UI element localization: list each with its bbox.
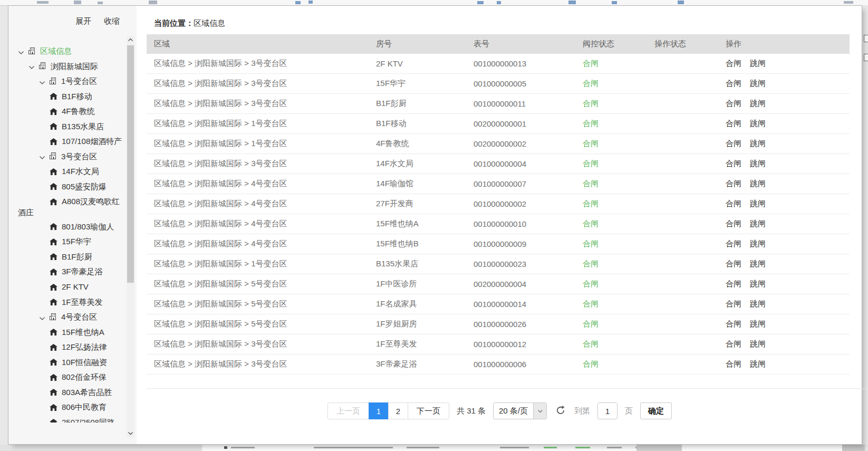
close-valve-action[interactable]: 合闸 xyxy=(726,199,741,208)
tree-leaf-node[interactable]: 802佰金环保 xyxy=(8,370,126,385)
close-valve-action[interactable]: 合闸 xyxy=(726,339,741,348)
column-header-operations: 操作 xyxy=(718,39,850,49)
trip-valve-action[interactable]: 跳闸 xyxy=(750,279,766,288)
collapse-all-button[interactable]: 收缩 xyxy=(104,16,120,26)
chevron-down-icon[interactable] xyxy=(18,47,25,57)
tree-leaf-node[interactable]: 801/803瑜伽人 xyxy=(8,219,126,235)
trip-valve-action[interactable]: 跳闸 xyxy=(750,359,766,368)
trip-valve-action[interactable]: 跳闸 xyxy=(750,139,766,148)
tree-indent xyxy=(18,349,50,350)
trip-valve-action[interactable]: 跳闸 xyxy=(750,339,766,348)
trip-valve-action[interactable]: 跳闸 xyxy=(750,119,766,128)
goto-page-input[interactable] xyxy=(597,402,618,419)
tree-leaf-node[interactable]: 14F水文局 xyxy=(8,164,126,179)
tree-leaf-node[interactable]: B1F移动 xyxy=(8,89,126,104)
background-page-fragment xyxy=(682,445,842,451)
trip-valve-action[interactable]: 跳闸 xyxy=(750,79,766,88)
pagination: 上一页 12 下一页 共 31 条 20 条/页 xyxy=(137,402,863,419)
tree-leaf-node[interactable]: 12F弘扬法律 xyxy=(8,340,126,355)
background-fragment xyxy=(149,1,157,4)
trip-valve-action[interactable]: 跳闸 xyxy=(750,159,766,168)
confirm-button[interactable]: 确定 xyxy=(640,402,672,419)
trip-valve-action[interactable]: 跳闸 xyxy=(750,239,766,248)
background-page-fragment xyxy=(202,445,636,451)
chevron-down-icon[interactable] xyxy=(28,62,35,72)
trip-valve-action[interactable]: 跳闸 xyxy=(750,179,766,188)
page-button-2[interactable]: 2 xyxy=(388,402,408,419)
room-cell: 15F维也纳A xyxy=(369,219,466,229)
sidebar-scrollbar-thumb[interactable] xyxy=(127,45,134,283)
tree-leaf-node[interactable]: 805盛安防爆 xyxy=(8,179,126,195)
close-valve-action[interactable]: 合闸 xyxy=(726,159,741,168)
close-valve-action[interactable]: 合闸 xyxy=(726,239,741,248)
tree-leaf-node[interactable]: 107/108烟酒特产 xyxy=(8,134,126,149)
trip-valve-action[interactable]: 跳闸 xyxy=(750,99,766,108)
tree-branch-node[interactable]: 1号变台区 xyxy=(8,74,126,89)
close-valve-action[interactable]: 合闸 xyxy=(726,99,741,108)
trip-valve-action[interactable]: 跳闸 xyxy=(750,259,766,268)
close-valve-action[interactable]: 合闸 xyxy=(726,179,741,188)
close-valve-action[interactable]: 合闸 xyxy=(726,279,741,288)
tree-leaf-node[interactable]: 4F鲁教统 xyxy=(8,104,126,119)
region-cell: 区域信息 > 浏阳新城国际 > 1号变台区 xyxy=(147,119,369,129)
tree-leaf-node[interactable]: 3F帝豪足浴 xyxy=(8,264,126,280)
next-page-button[interactable]: 下一页 xyxy=(408,402,449,419)
tree-indent xyxy=(18,83,39,84)
close-valve-action[interactable]: 合闸 xyxy=(726,359,741,368)
chevron-down-icon[interactable] xyxy=(39,313,46,323)
tree-leaf-node[interactable]: 15F华宇 xyxy=(8,234,126,250)
tree-branch-node[interactable]: 4号变台区 xyxy=(8,310,126,325)
meter-cell: 001000000007 xyxy=(466,179,575,188)
prev-page-button[interactable]: 上一页 xyxy=(327,402,369,419)
tree-node-label: A808汉麦鸣歌红酒庄 xyxy=(18,197,120,217)
trip-valve-action[interactable]: 跳闸 xyxy=(750,199,766,208)
sidebar-scrollbar[interactable] xyxy=(127,36,134,437)
actions-cell: 合闸跳闸 xyxy=(718,219,850,229)
home-icon xyxy=(50,267,59,277)
expand-all-button[interactable]: 展开 xyxy=(75,16,91,26)
close-valve-action[interactable]: 合闸 xyxy=(726,299,741,308)
close-valve-action[interactable]: 合闸 xyxy=(726,139,741,148)
page-number-buttons: 12 xyxy=(369,402,408,419)
tree-branch-node[interactable]: 浏阳新城国际 xyxy=(8,59,126,74)
tree-branch-node[interactable]: 区域信息 xyxy=(8,44,126,59)
tree-leaf-node[interactable]: 10F恒信融资 xyxy=(8,355,126,370)
trip-valve-action[interactable]: 跳闸 xyxy=(750,59,766,68)
tree-leaf-node[interactable]: 803A希吉品胜 xyxy=(8,385,126,400)
trip-valve-action[interactable]: 跳闸 xyxy=(750,299,766,308)
tree-leaf-node[interactable]: 1F至尊美发 xyxy=(8,295,126,310)
trip-valve-action[interactable]: 跳闸 xyxy=(750,219,766,228)
region-cell: 区域信息 > 浏阳新城国际 > 4号变台区 xyxy=(147,199,369,209)
background-window-bottom-strip xyxy=(0,445,868,451)
close-valve-action[interactable]: 合闸 xyxy=(726,119,741,128)
close-valve-action[interactable]: 合闸 xyxy=(726,319,741,328)
tree-leaf-node[interactable]: B1F彭厨 xyxy=(8,250,126,265)
room-cell: B135水果店 xyxy=(369,259,466,269)
scroll-down-icon[interactable] xyxy=(127,429,134,437)
page-size-select[interactable]: 20 条/页 xyxy=(493,402,547,419)
trip-valve-action[interactable]: 跳闸 xyxy=(750,319,766,328)
close-valve-action[interactable]: 合闸 xyxy=(726,59,741,68)
tree-leaf-node[interactable]: 15F维也纳A xyxy=(8,325,126,340)
refresh-button[interactable] xyxy=(554,405,567,417)
building-icon xyxy=(28,47,37,57)
tree-branch-node[interactable]: 3号变台区 xyxy=(8,149,126,165)
tree-leaf-node[interactable]: 806中民教育 xyxy=(8,400,126,415)
tree-leaf-node[interactable]: A808汉麦鸣歌红酒庄 xyxy=(8,194,126,219)
page-button-1[interactable]: 1 xyxy=(369,402,389,419)
valve-status-cell: 合闸 xyxy=(575,359,647,369)
tree-leaf-node[interactable]: 2F KTV xyxy=(8,280,126,295)
chevron-down-icon[interactable] xyxy=(39,77,46,87)
tree-leaf-node[interactable]: B135水果店 xyxy=(8,119,126,135)
actions-cell: 合闸跳闸 xyxy=(718,299,850,309)
tree-leaf-node[interactable]: 2507/2508同路 xyxy=(8,415,126,423)
close-valve-action[interactable]: 合闸 xyxy=(726,219,741,228)
close-valve-action[interactable]: 合闸 xyxy=(726,259,741,268)
meter-cell: 001000000012 xyxy=(466,340,575,349)
close-valve-action[interactable]: 合闸 xyxy=(726,79,741,88)
chevron-down-icon[interactable] xyxy=(39,152,46,162)
refresh-icon xyxy=(555,405,566,417)
table-row: 区域信息 > 浏阳新城国际 > 1号变台区B135水果店001000000023… xyxy=(147,254,850,274)
actions-cell: 合闸跳闸 xyxy=(718,99,850,109)
scroll-up-icon[interactable] xyxy=(127,36,134,44)
